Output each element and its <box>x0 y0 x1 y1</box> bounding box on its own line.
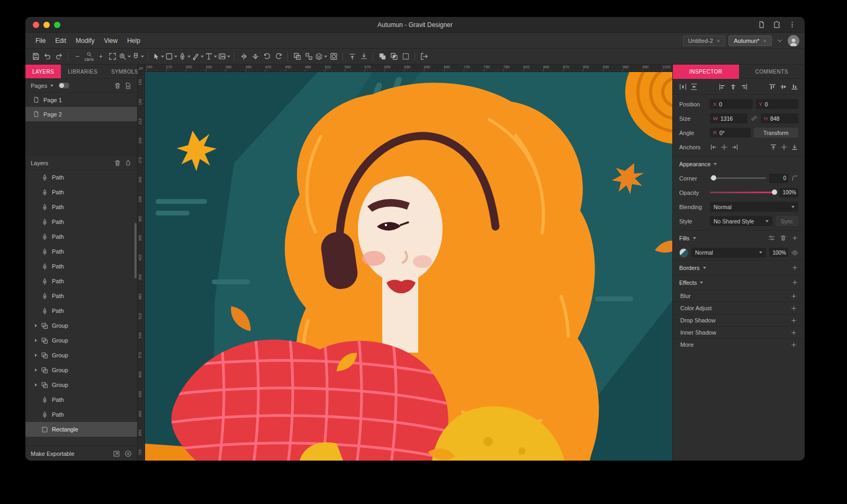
avatar[interactable] <box>788 35 799 47</box>
layer-row-group[interactable]: Group <box>25 363 137 377</box>
angle-input[interactable]: R 0° <box>710 128 751 138</box>
layer-row-path[interactable]: Path <box>25 244 137 259</box>
layer-row-path[interactable]: Path <box>25 214 137 229</box>
anchor-right-icon[interactable] <box>731 143 738 151</box>
layer-row-path[interactable]: Path <box>25 289 137 303</box>
fit-canvas-button[interactable] <box>106 50 118 63</box>
arrange-button[interactable] <box>314 50 328 63</box>
anchor-bottom-icon[interactable] <box>791 143 798 151</box>
dropdown-caret-icon[interactable] <box>187 56 191 58</box>
add-icon[interactable] <box>790 341 797 348</box>
zoom-level-button[interactable]: 150% <box>83 50 95 63</box>
anchor-middle-vertical-icon[interactable] <box>780 143 788 151</box>
canvas-artwork[interactable] <box>145 72 672 461</box>
size-width-input[interactable]: W 1316 <box>710 113 747 123</box>
layer-row-rectangle[interactable]: Rectangle <box>25 422 137 437</box>
fill-options-icon[interactable] <box>768 235 775 241</box>
add-fill-icon[interactable] <box>791 235 798 241</box>
document-tab-autumun-[interactable]: Autumun*× <box>728 35 772 46</box>
constrain-proportions-icon[interactable] <box>751 115 758 122</box>
fill-opacity-value[interactable]: 100% <box>769 248 788 257</box>
anchor-top-icon[interactable] <box>770 143 777 151</box>
layer-row-path[interactable]: Path <box>25 170 137 185</box>
fullscreen-window-button[interactable] <box>54 22 60 28</box>
send-backward-button[interactable] <box>358 50 370 63</box>
pointer-tool-button[interactable] <box>151 50 165 63</box>
tab-inspector[interactable]: INSPECTOR <box>673 65 739 79</box>
align-bottom-icon[interactable] <box>791 83 798 91</box>
add-effect-icon[interactable] <box>791 279 798 286</box>
page-row-1[interactable]: Page 1 <box>25 93 137 107</box>
size-height-input[interactable]: H 848 <box>761 113 798 123</box>
align-right-icon[interactable] <box>741 83 748 91</box>
effect-row-color-adjust[interactable]: Color Adjust <box>673 302 805 314</box>
align-top-icon[interactable] <box>769 83 776 91</box>
text-tool-button[interactable] <box>204 50 218 63</box>
knife-tool-button[interactable] <box>191 50 204 63</box>
dropdown-caret-icon[interactable] <box>141 56 144 58</box>
marquee-button[interactable] <box>400 50 411 63</box>
vertical-ruler[interactable]: 1501802102402703003303603904204504805105… <box>138 72 145 461</box>
close-tab-icon[interactable]: × <box>717 38 720 44</box>
blending-dropdown[interactable]: Normal <box>710 202 798 212</box>
tab-layers[interactable]: LAYERS <box>25 65 61 78</box>
snap-magnet-button[interactable] <box>131 50 145 63</box>
undo-button[interactable] <box>41 50 53 63</box>
fills-header[interactable]: Fills <box>673 231 805 245</box>
effects-header[interactable]: Effects <box>673 275 805 290</box>
effect-row-more[interactable]: More <box>673 338 805 350</box>
layer-row-path[interactable]: Path <box>25 303 137 318</box>
opacity-slider[interactable] <box>710 192 776 193</box>
shared-style-dropdown[interactable]: No Shared Style <box>710 216 772 226</box>
divide-button[interactable] <box>388 50 400 63</box>
delete-page-icon[interactable] <box>114 82 121 89</box>
align-left-icon[interactable] <box>718 83 726 91</box>
fill-blend-dropdown[interactable]: Normal <box>691 248 766 258</box>
corner-value[interactable]: 0 <box>769 174 788 183</box>
pages-toggle[interactable] <box>59 83 69 88</box>
distribute-vertical-icon[interactable] <box>690 83 698 91</box>
flip-vertical-button[interactable] <box>249 50 261 63</box>
delete-layer-icon[interactable] <box>114 159 121 167</box>
ungroup-button[interactable] <box>303 50 314 63</box>
menu-item-view[interactable]: View <box>99 35 122 47</box>
add-icon[interactable] <box>790 293 797 300</box>
position-x-input[interactable]: X 0 <box>710 99 753 109</box>
corner-radius-icon[interactable] <box>791 175 798 182</box>
group-button[interactable] <box>291 50 303 63</box>
fill-color-swatch[interactable] <box>679 248 688 257</box>
tab-comments[interactable]: COMMENTS <box>739 65 805 79</box>
anchor-left-icon[interactable] <box>710 143 717 151</box>
add-export-icon[interactable] <box>124 450 132 457</box>
canvas-viewport[interactable] <box>145 72 672 461</box>
fill-visibility-eye-icon[interactable] <box>791 249 798 256</box>
menu-item-file[interactable]: File <box>31 35 50 47</box>
layer-row-path[interactable]: Path <box>25 407 137 422</box>
export-button[interactable] <box>418 50 430 63</box>
layer-row-group[interactable]: Group <box>25 377 137 392</box>
add-icon[interactable] <box>790 329 797 336</box>
bring-forward-button[interactable] <box>346 50 358 63</box>
dropdown-caret-icon[interactable] <box>324 56 327 58</box>
mask-button[interactable] <box>328 50 339 63</box>
horizontal-ruler[interactable]: 2402703003303603904204504805105405706006… <box>145 65 672 72</box>
shape-tool-button[interactable] <box>165 50 178 63</box>
transform-button[interactable]: Transform <box>754 128 799 138</box>
dropdown-caret-icon[interactable] <box>201 56 204 58</box>
add-icon[interactable] <box>790 305 797 312</box>
image-tool-button[interactable] <box>218 50 231 63</box>
zoom-in-plus-button[interactable] <box>95 50 106 63</box>
anchor-center-horizontal-icon[interactable] <box>720 143 728 151</box>
layer-row-path[interactable]: Path <box>25 185 137 200</box>
close-window-button[interactable] <box>33 22 39 28</box>
page-row-2[interactable]: Page 2 <box>25 107 137 121</box>
align-middle-vertical-icon[interactable] <box>780 83 787 91</box>
rotate-cw-button[interactable] <box>273 50 284 63</box>
layer-row-group[interactable]: Group <box>25 318 137 333</box>
export-frame-icon[interactable] <box>113 450 120 457</box>
add-icon[interactable] <box>790 317 797 324</box>
dropdown-caret-icon[interactable] <box>214 56 217 58</box>
disclosure-triangle-icon[interactable] <box>35 354 37 357</box>
add-border-icon[interactable] <box>791 264 798 271</box>
position-y-input[interactable]: Y 0 <box>756 99 799 109</box>
